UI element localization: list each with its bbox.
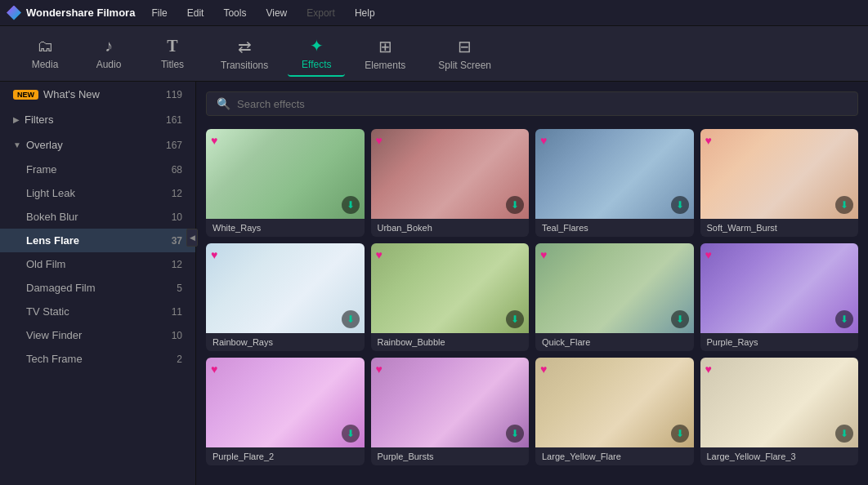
menu-export: Export	[303, 6, 338, 20]
sidebar: NEW What's New 119 ▶ Filters 161 ▼ Overl…	[0, 82, 196, 485]
effect-card-quick-flare[interactable]: ♥ ⬇ Quick_Flare	[535, 243, 694, 351]
effect-name-teal-flares: Teal_Flares	[535, 219, 694, 237]
menu-file[interactable]: File	[148, 6, 170, 20]
app-name: Wondershare Filmora	[26, 7, 135, 19]
sidebar-sub-damaged-film[interactable]: Damaged Film 5	[0, 276, 195, 300]
sidebar-item-whats-new[interactable]: NEW What's New 119	[0, 82, 195, 107]
sidebar-sub-view-finder[interactable]: View Finder 10	[0, 323, 195, 347]
effect-thumbnail-purple-rays: ♥ ⬇	[700, 243, 859, 333]
effect-card-purple-flare-2[interactable]: ♥ ⬇ Purple_Flare_2	[206, 358, 365, 465]
effect-thumbnail-soft-warm: ♥ ⬇	[700, 129, 859, 219]
menu-edit[interactable]: Edit	[184, 6, 208, 20]
download-icon-rainbow-rays[interactable]: ⬇	[342, 310, 360, 328]
effect-thumbnail-rainbow-bubble: ♥ ⬇	[371, 243, 530, 333]
search-input[interactable]	[237, 98, 848, 110]
download-icon-purple-bursts[interactable]: ⬇	[506, 425, 524, 443]
toolbar-media[interactable]: 🗂 Media	[16, 32, 74, 75]
effect-card-rainbow-rays[interactable]: ♥ ⬇ Rainbow_Rays	[206, 243, 365, 351]
sidebar-collapse-button[interactable]: ◀	[186, 229, 196, 247]
effect-name-white-rays: White_Rays	[206, 219, 365, 237]
effect-name-rainbow-bubble: Rainbow_Bubble	[371, 333, 530, 351]
heart-icon-quick-flare: ♥	[540, 248, 547, 261]
filters-arrow-icon: ▶	[13, 115, 20, 124]
sidebar-item-overlay[interactable]: ▼ Overlay 167	[0, 132, 195, 158]
toolbar-effects[interactable]: ✦ Effects	[288, 31, 345, 77]
heart-icon-rainbow-bubble: ♥	[376, 248, 383, 261]
sidebar-item-filters[interactable]: ▶ Filters 161	[0, 107, 195, 132]
sidebar-view-finder-label: View Finder	[26, 329, 172, 341]
effect-card-white-rays[interactable]: ♥ ⬇ White_Rays	[206, 129, 365, 237]
effect-card-purple-rays[interactable]: ♥ ⬇ Purple_Rays	[700, 243, 859, 351]
sidebar-view-finder-count: 10	[172, 330, 182, 341]
menu-tools[interactable]: Tools	[220, 6, 249, 20]
effect-name-rainbow-rays: Rainbow_Rays	[206, 333, 365, 351]
sidebar-sub-tv-static[interactable]: TV Static 11	[0, 300, 195, 323]
sidebar-sub-lens-flare[interactable]: Lens Flare 37	[0, 229, 195, 252]
effect-thumbnail-rainbow-rays: ♥ ⬇	[206, 243, 365, 333]
menu-view[interactable]: View	[262, 6, 290, 20]
sidebar-sub-tech-frame[interactable]: Tech Frame 2	[0, 347, 195, 371]
sidebar-filters-label: Filters	[25, 113, 166, 126]
effect-card-urban-bokeh[interactable]: ♥ ⬇ Urban_Bokeh	[371, 129, 530, 237]
sidebar-bokeh-blur-count: 10	[172, 211, 182, 223]
toolbar-transitions[interactable]: ⇄ Transitions	[208, 32, 281, 76]
download-icon-quick-flare[interactable]: ⬇	[671, 310, 689, 328]
toolbar-elements-label: Elements	[365, 60, 405, 71]
effect-card-purple-bursts[interactable]: ♥ ⬇ Purple_Bursts	[371, 358, 530, 465]
overlay-arrow-icon: ▼	[13, 140, 21, 149]
download-icon-urban-bokeh[interactable]: ⬇	[506, 196, 524, 214]
sidebar-whats-new-count: 119	[166, 89, 182, 100]
sidebar-sub-frame[interactable]: Frame 68	[0, 158, 195, 181]
effect-card-large-yellow-flare[interactable]: ♥ ⬇ Large_Yellow_Flare	[535, 358, 694, 465]
download-icon-soft-warm[interactable]: ⬇	[835, 196, 853, 214]
toolbar-titles[interactable]: T Titles	[144, 32, 201, 75]
download-icon-teal-flares[interactable]: ⬇	[671, 196, 689, 214]
toolbar-effects-label: Effects	[302, 59, 331, 70]
download-icon-purple-rays[interactable]: ⬇	[835, 310, 853, 328]
effect-card-large-yellow-flare-3[interactable]: ♥ ⬇ Large_Yellow_Flare_3	[700, 358, 859, 465]
effect-name-quick-flare: Quick_Flare	[535, 333, 694, 351]
sidebar-damaged-film-count: 5	[177, 283, 182, 294]
sidebar-light-leak-label: Light Leak	[26, 187, 172, 199]
transitions-icon: ⇄	[238, 37, 252, 56]
effect-card-soft-warm-burst[interactable]: ♥ ⬇ Soft_Warm_Burst	[700, 129, 859, 237]
download-icon-large-yellow[interactable]: ⬇	[671, 425, 689, 443]
toolbar-audio-label: Audio	[96, 59, 122, 70]
menu-bar: Wondershare Filmora File Edit Tools View…	[0, 0, 868, 26]
download-icon-large-yellow3[interactable]: ⬇	[835, 425, 853, 443]
effect-name-purple-flare-2: Purple_Flare_2	[206, 447, 365, 465]
heart-icon-large-yellow: ♥	[540, 363, 547, 376]
heart-icon-urban-bokeh: ♥	[376, 134, 383, 147]
download-icon-white-rays[interactable]: ⬇	[342, 196, 360, 214]
toolbar-split-screen-label: Split Screen	[438, 60, 491, 71]
heart-icon-soft-warm: ♥	[705, 134, 712, 147]
effect-name-soft-warm-burst: Soft_Warm_Burst	[700, 219, 859, 237]
toolbar-titles-label: Titles	[161, 59, 184, 70]
toolbar-audio[interactable]: ♪ Audio	[80, 32, 137, 75]
toolbar-elements[interactable]: ⊞ Elements	[351, 32, 418, 76]
titles-icon: T	[167, 37, 177, 56]
heart-icon-white-rays: ♥	[211, 134, 217, 147]
heart-icon-purple-bursts: ♥	[376, 363, 383, 376]
sidebar-old-film-count: 12	[172, 259, 182, 270]
sidebar-overlay-count: 167	[166, 140, 182, 151]
effect-card-teal-flares[interactable]: ♥ ⬇ Teal_Flares	[535, 129, 694, 237]
effect-thumbnail-large-yellow: ♥ ⬇	[535, 358, 694, 447]
menu-help[interactable]: Help	[351, 6, 378, 20]
effect-thumbnail-urban-bokeh: ♥ ⬇	[371, 129, 530, 219]
download-icon-rainbow-bubble[interactable]: ⬇	[506, 310, 524, 328]
main-content: NEW What's New 119 ▶ Filters 161 ▼ Overl…	[0, 82, 868, 485]
heart-icon-large-yellow3: ♥	[705, 363, 712, 376]
heart-icon-purple-rays: ♥	[705, 248, 712, 261]
toolbar-split-screen[interactable]: ⊟ Split Screen	[425, 32, 504, 76]
sidebar-sub-old-film[interactable]: Old Film 12	[0, 252, 195, 276]
effect-name-purple-bursts: Purple_Bursts	[371, 447, 530, 465]
sidebar-bokeh-blur-label: Bokeh Blur	[26, 211, 172, 223]
effect-thumbnail-teal-flares: ♥ ⬇	[535, 129, 694, 219]
sidebar-sub-light-leak[interactable]: Light Leak 12	[0, 181, 195, 205]
sidebar-tech-frame-count: 2	[177, 354, 182, 365]
sidebar-sub-bokeh-blur[interactable]: Bokeh Blur 10	[0, 205, 195, 229]
download-icon-purple-flare2[interactable]: ⬇	[342, 425, 360, 443]
split-screen-icon: ⊟	[458, 37, 472, 56]
effect-card-rainbow-bubble[interactable]: ♥ ⬇ Rainbow_Bubble	[371, 243, 530, 351]
